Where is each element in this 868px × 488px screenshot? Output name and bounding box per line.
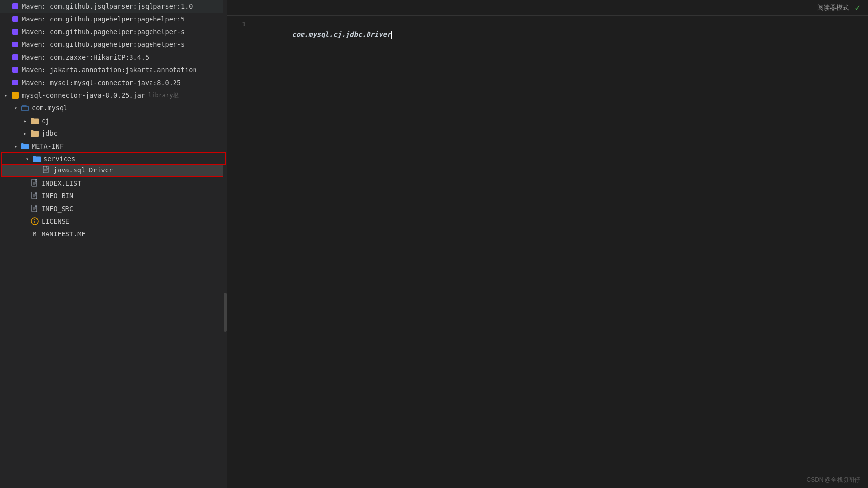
sidebar-item-info-bin[interactable]: INFO_BIN [0, 190, 227, 202]
scrollbar-thumb[interactable] [224, 293, 227, 332]
item-label: Maven: com.github.pagehelper:pagehelper-… [22, 28, 185, 36]
cursor [391, 31, 392, 39]
code-text: com.mysql.cj.jdbc.Driver [292, 30, 391, 38]
meta-folder-icon [21, 142, 29, 150]
no-chevron [2, 28, 10, 36]
no-chevron [2, 53, 10, 61]
license-icon [30, 217, 39, 226]
item-label: jdbc [42, 129, 58, 137]
manifest-icon: M [30, 230, 39, 238]
sidebar-item-maven-1[interactable]: Maven: com.github.jsqlparser:jsqlparser:… [0, 0, 227, 13]
code-area: 1 com.mysql.cj.jdbc.Driver [227, 16, 868, 488]
svg-rect-6 [32, 179, 37, 186]
sidebar-item-manifest[interactable]: M MANIFEST.MF [0, 228, 227, 240]
services-folder-icon [32, 154, 41, 163]
folder-icon [30, 116, 39, 125]
sidebar-item-info-src[interactable]: INFO_SRC [0, 202, 227, 215]
jar-icon [11, 91, 20, 100]
svg-rect-14 [32, 205, 37, 212]
text-file-icon [42, 166, 51, 174]
item-label: INDEX.LIST [42, 179, 81, 187]
watermark: CSDN @全栈切图仔 [806, 476, 860, 484]
maven-icon [11, 2, 20, 11]
chevron-down-icon [12, 104, 20, 112]
sidebar-item-maven-2[interactable]: Maven: com.github.pagehelper:pagehelper:… [0, 13, 227, 25]
no-chevron [33, 166, 41, 174]
editor-area: 阅读器模式 ✓ 1 com.mysql.cj.jdbc.Driver [227, 0, 868, 488]
sidebar-item-com-mysql[interactable]: com.mysql [0, 102, 227, 114]
package-icon [21, 104, 29, 112]
item-label: Maven: jakarta.annotation:jakarta.annota… [22, 66, 197, 74]
no-chevron [22, 205, 29, 212]
no-chevron [2, 15, 10, 23]
item-label: java.sql.Driver [53, 166, 113, 174]
checkmark-icon: ✓ [855, 2, 860, 13]
no-chevron [22, 217, 29, 225]
no-chevron [2, 2, 10, 10]
svg-rect-2 [43, 166, 48, 173]
no-chevron [2, 66, 10, 74]
item-label: Maven: com.github.pagehelper:pagehelper:… [22, 15, 185, 23]
scrollbar-track[interactable] [223, 0, 227, 488]
code-content[interactable]: com.mysql.cj.jdbc.Driver [252, 16, 868, 488]
sidebar-item-license[interactable]: LICENSE [0, 215, 227, 228]
sidebar-item-jdbc[interactable]: jdbc [0, 127, 227, 140]
svg-point-19 [34, 219, 35, 220]
file-icon [30, 204, 39, 213]
maven-icon [11, 15, 20, 23]
svg-rect-10 [32, 192, 37, 199]
item-label: cj [42, 117, 49, 125]
line-number-1: 1 [227, 20, 252, 29]
chevron-right-icon [22, 117, 29, 125]
file-icon [30, 191, 39, 200]
item-label: Maven: com.zaxxer:HikariCP:3.4.5 [22, 53, 149, 61]
item-label: INFO_BIN [42, 192, 73, 200]
editor-top-bar: 阅读器模式 ✓ [227, 0, 868, 16]
sidebar-item-meta-inf[interactable]: META-INF [0, 140, 227, 152]
no-chevron [22, 230, 29, 238]
svg-rect-1 [22, 105, 23, 106]
sidebar-item-maven-3[interactable]: Maven: com.github.pagehelper:pagehelper-… [0, 25, 227, 38]
no-chevron [2, 41, 10, 48]
sidebar-item-index-list[interactable]: INDEX.LIST [0, 177, 227, 190]
sidebar-item-maven-4[interactable]: Maven: com.github.pagehelper:pagehelper-… [0, 38, 227, 51]
item-label: com.mysql [32, 104, 67, 112]
sidebar-item-jar[interactable]: mysql-connector-java-8.0.25.jar library根 [0, 89, 227, 102]
sidebar-item-services[interactable]: services [1, 152, 226, 165]
maven-icon [11, 65, 20, 74]
item-label: LICENSE [42, 217, 69, 225]
no-chevron [22, 192, 29, 200]
sidebar[interactable]: Maven: com.github.jsqlparser:jsqlparser:… [0, 0, 227, 488]
no-chevron [22, 179, 29, 187]
item-label: META-INF [32, 142, 64, 150]
no-chevron [2, 79, 10, 86]
maven-icon [11, 78, 20, 87]
item-label: mysql-connector-java-8.0.25.jar [22, 91, 145, 99]
folder-icon [30, 129, 39, 138]
maven-icon [11, 27, 20, 36]
reader-mode-button[interactable]: 阅读器模式 [817, 3, 849, 12]
sidebar-item-cj[interactable]: cj [0, 114, 227, 127]
chevron-down-icon [23, 155, 31, 163]
main-layout: Maven: com.github.jsqlparser:jsqlparser:… [0, 0, 868, 488]
maven-icon [11, 40, 20, 49]
line-numbers: 1 [227, 16, 252, 488]
sidebar-item-maven-6[interactable]: Maven: jakarta.annotation:jakarta.annota… [0, 64, 227, 76]
item-label: Maven: mysql:mysql-connector-java:8.0.25 [22, 79, 181, 86]
svg-rect-0 [22, 106, 28, 111]
code-line-1: com.mysql.cj.jdbc.Driver [254, 20, 868, 29]
item-label: services [43, 155, 75, 163]
chevron-down-icon [12, 142, 20, 150]
chevron-right-icon [22, 129, 29, 137]
file-icon [30, 179, 39, 188]
sidebar-item-maven-7[interactable]: Maven: mysql:mysql-connector-java:8.0.25 [0, 76, 227, 89]
library-badge: library根 [148, 91, 179, 100]
sidebar-item-java-sql-driver[interactable]: java.sql.Driver [1, 164, 226, 177]
chevron-down-icon [2, 91, 10, 99]
item-label: Maven: com.github.jsqlparser:jsqlparser:… [22, 2, 193, 10]
sidebar-item-maven-5[interactable]: Maven: com.zaxxer:HikariCP:3.4.5 [0, 51, 227, 64]
item-label: MANIFEST.MF [42, 230, 85, 238]
item-label: INFO_SRC [42, 205, 73, 212]
maven-icon [11, 53, 20, 62]
item-label: Maven: com.github.pagehelper:pagehelper-… [22, 41, 185, 48]
